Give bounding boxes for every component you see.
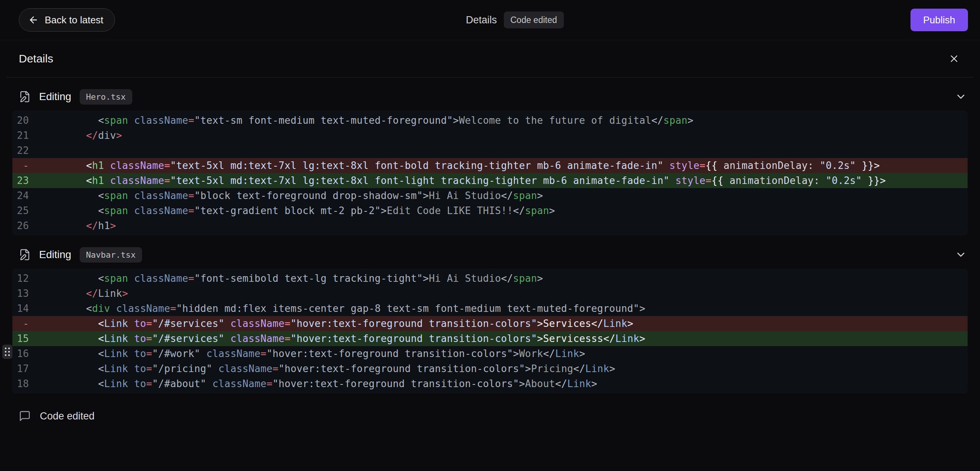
grip-dot [5, 351, 6, 353]
code-line: <Link to="/#about" className="hover:text… [38, 378, 597, 390]
code-row: 18 <Link to="/#about" className="hover:t… [13, 376, 967, 391]
chevron-down-icon [955, 91, 967, 103]
code-line: </Link> [38, 288, 128, 299]
topbar-title: Details [466, 14, 497, 26]
code-row: 24 <span className="block text-foregroun… [13, 188, 967, 203]
code-row: - <h1 className="text-5xl md:text-7xl lg… [13, 158, 967, 173]
grip-dot [8, 348, 10, 349]
drag-handle[interactable] [2, 345, 13, 359]
line-number: - [13, 318, 29, 329]
code-row: 14 <div className="hidden md:flex items-… [13, 301, 967, 316]
line-number: 15 [13, 333, 29, 344]
grip-dot [8, 354, 10, 356]
file-pen-icon-wrap [19, 91, 31, 103]
code-block: 20 <span className="text-sm font-medium … [13, 110, 967, 235]
code-row: 13 </Link> [13, 286, 967, 301]
code-row: 26 </h1> [13, 218, 967, 233]
code-row: 17 <Link to="/pricing" className="hover:… [13, 361, 967, 376]
code-row: 23 <h1 className="text-5xl md:text-7xl l… [13, 173, 967, 188]
code-line: <span className="text-gradient block mt-… [38, 205, 555, 216]
code-block: 12 <span className="font-semibold text-l… [13, 268, 967, 393]
close-button[interactable] [947, 51, 961, 66]
grip-dot [8, 351, 10, 353]
code-line: <div className="hidden md:flex items-cen… [38, 303, 645, 314]
line-number: 17 [13, 363, 29, 374]
section-action-label: Editing [39, 249, 72, 261]
section-collapse-toggle[interactable] [955, 91, 967, 103]
chevron-down-icon [955, 249, 967, 261]
footer-label: Code edited [40, 410, 95, 422]
code-line: <h1 className="text-5xl md:text-7xl lg:t… [38, 175, 886, 186]
topbar-center: Details Code edited [466, 12, 564, 29]
line-number: 21 [13, 130, 29, 141]
line-number: 16 [13, 348, 29, 359]
line-number: 23 [13, 175, 29, 186]
x-icon [948, 53, 960, 64]
line-number: 25 [13, 205, 29, 216]
file-pen-icon-wrap [19, 249, 31, 261]
section-header[interactable]: EditingNavbar.tsx [13, 244, 967, 266]
code-line: </h1> [38, 220, 116, 232]
topbar: Back to latest Details Code edited Publi… [0, 0, 980, 40]
back-button-label: Back to latest [45, 14, 103, 26]
footer-status: Code edited [0, 410, 980, 422]
publish-button[interactable]: Publish [910, 9, 968, 31]
code-line: <Link to="/#services" className="hover:t… [38, 333, 645, 344]
file-name-badge: Hero.tsx [80, 89, 132, 105]
code-line: <h1 className="text-5xl md:text-7xl lg:t… [38, 160, 880, 171]
details-body: EditingHero.tsx20 <span className="text-… [0, 86, 980, 393]
code-row: 15 <Link to="/#services" className="hove… [13, 331, 967, 346]
section-action-label: Editing [39, 91, 72, 103]
section-header[interactable]: EditingHero.tsx [13, 86, 967, 108]
section-collapse-toggle[interactable] [955, 249, 967, 261]
line-number: 22 [13, 145, 29, 156]
code-row: 20 <span className="text-sm font-medium … [13, 113, 967, 128]
grip-dot [5, 354, 6, 356]
line-number: 26 [13, 220, 29, 232]
line-number: 20 [13, 115, 29, 126]
file-pen-icon [19, 249, 31, 261]
code-section: EditingNavbar.tsx12 <span className="fon… [13, 244, 967, 393]
line-number: 13 [13, 288, 29, 299]
code-line: <Link to="/#work" className="hover:text-… [38, 348, 585, 359]
code-line: <span className="font-semibold text-lg t… [38, 273, 543, 284]
code-row: 21 </div> [13, 128, 967, 143]
code-line: <Link to="/#services" className="hover:t… [38, 318, 633, 329]
code-row: 12 <span className="font-semibold text-l… [13, 271, 967, 286]
grip-dot [5, 348, 6, 349]
code-line: <span className="text-sm font-medium tex… [38, 115, 693, 126]
line-number: 14 [13, 303, 29, 314]
line-number: 24 [13, 190, 29, 201]
back-button[interactable]: Back to latest [19, 8, 115, 32]
code-section: EditingHero.tsx20 <span className="text-… [13, 86, 967, 235]
message-square-icon [19, 410, 31, 422]
code-edited-chip: Code edited [504, 12, 564, 29]
details-panel-header: Details [6, 40, 974, 78]
arrow-left-icon [28, 15, 39, 25]
line-number: 18 [13, 378, 29, 390]
file-name-badge: Navbar.tsx [80, 247, 142, 263]
code-row: 22 [13, 143, 967, 158]
code-row: - <Link to="/#services" className="hover… [13, 316, 967, 331]
panel-title: Details [19, 52, 53, 65]
code-line: <span className="block text-foreground d… [38, 190, 543, 201]
code-row: 25 <span className="text-gradient block … [13, 203, 967, 218]
line-number: - [13, 160, 29, 171]
code-line: <Link to="/pricing" className="hover:tex… [38, 363, 615, 374]
code-row: 16 <Link to="/#work" className="hover:te… [13, 346, 967, 361]
file-pen-icon [19, 91, 31, 103]
line-number: 12 [13, 273, 29, 284]
code-line: </div> [38, 130, 122, 141]
